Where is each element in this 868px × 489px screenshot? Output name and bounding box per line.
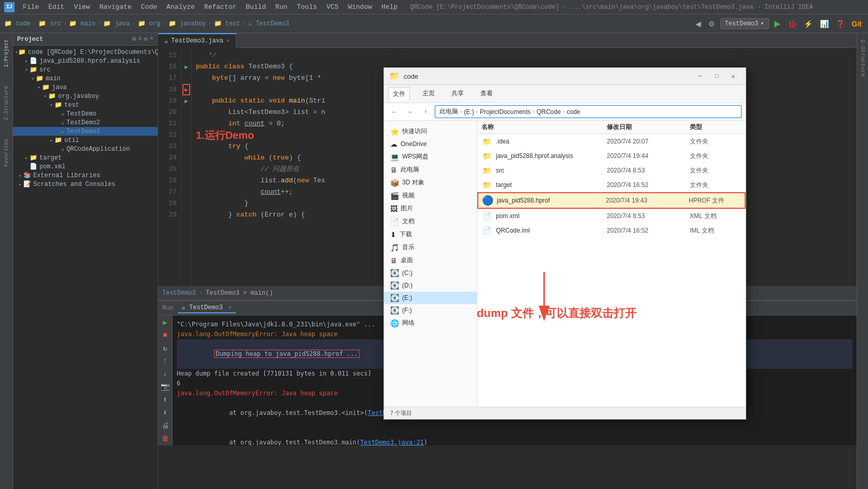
bc-main[interactable]: 📁 main [69, 20, 95, 27]
ribbon-tab-share[interactable]: 共享 [447, 87, 468, 100]
menu-tools[interactable]: Tools [293, 2, 321, 12]
file-hprof[interactable]: 🔵 java_pid5288.hprof 2020/7/4 19:43 HPRO… [477, 192, 746, 209]
nav-back-button[interactable]: ← [388, 106, 401, 118]
menu-analyze[interactable]: Analyze [162, 2, 199, 12]
nav-music[interactable]: 🎵 音乐 [384, 241, 477, 254]
menu-edit[interactable]: Edit [44, 2, 68, 12]
tree-util[interactable]: ▸ 📁 util [13, 136, 158, 145]
menu-refactor[interactable]: Refactor [200, 2, 240, 12]
bc-javaboy[interactable]: 📁 javaboy [168, 20, 206, 27]
close-panel-icon[interactable]: × [150, 35, 153, 43]
bc-code[interactable]: 📁 code [4, 20, 31, 27]
file-idea[interactable]: 📁 .idea 2020/7/4 20:07 文件夹 [477, 134, 746, 149]
file-pom[interactable]: 📄 pom.xml 2020/7/4 8:53 XML 文档 [477, 209, 746, 223]
back-nav-button[interactable]: ◀ [693, 19, 703, 29]
maximize-button[interactable]: □ [709, 71, 724, 81]
file-hprof-analysis[interactable]: 📁 java_pid5288.hprof.analysis 2020/7/4 1… [477, 149, 746, 163]
nav-f[interactable]: 💽 (F:) [384, 304, 477, 317]
run-tool-camera[interactable]: 📷 [160, 382, 170, 392]
tab-close-icon[interactable]: × [226, 38, 230, 44]
git-button[interactable]: Git [850, 19, 864, 29]
nav-video[interactable]: 🎬 视频 [384, 189, 477, 202]
tab-testdemo3[interactable]: ☕ TestDemo3.java × [158, 33, 236, 48]
col-date[interactable]: 修改日期 [607, 123, 690, 132]
run-tool-upload-up[interactable]: ⬆ [160, 395, 170, 405]
tree-external[interactable]: ▸ 📚 External Libraries [13, 171, 158, 180]
settings-button[interactable]: ⚙ [706, 19, 717, 29]
bc-testdemo3-ref[interactable]: TestDemo3 [162, 290, 196, 297]
run-config[interactable]: TestDemo3 ▾ [720, 18, 769, 29]
ribbon-tab-home[interactable]: 主页 [418, 87, 439, 100]
nav-onedrive[interactable]: ☁ OneDrive [384, 138, 477, 150]
nav-wps[interactable]: 💻 WPS网盘 [384, 150, 477, 163]
tree-testdemo3[interactable]: ☕ TestDemo3 [13, 127, 158, 136]
menu-vcs[interactable]: VCS [322, 2, 343, 12]
tree-testdemo2[interactable]: ☕ TestDemo2 [13, 118, 158, 127]
favorites-panel-tab[interactable]: Favorites [2, 135, 11, 171]
help-button[interactable]: ❓ [834, 19, 847, 29]
settings-icon[interactable]: ⚙ [144, 35, 148, 43]
tree-pom[interactable]: 📄 pom.xml [13, 162, 158, 171]
run-button[interactable]: ▶ [772, 18, 782, 30]
tree-testdemo[interactable]: ☕ TestDemo [13, 109, 158, 118]
tree-org[interactable]: ▾ 📁 org.javaboy [13, 92, 158, 100]
close-button[interactable]: ✕ [726, 71, 741, 81]
tree-java[interactable]: ▾ 📁 java [13, 83, 158, 92]
tree-test[interactable]: ▾ 📁 test [13, 100, 158, 109]
nav-e[interactable]: 💽 (E:) [384, 292, 477, 304]
ribbon-tab-file[interactable]: 文件 [388, 87, 410, 100]
menu-view[interactable]: View [69, 2, 94, 12]
bc-org[interactable]: 📁 org [138, 20, 161, 27]
project-panel-tab[interactable]: 1:Project [2, 35, 11, 71]
menu-navigate[interactable]: Navigate [95, 2, 136, 12]
nav-3d[interactable]: 📦 3D 对象 [384, 176, 477, 189]
run-tool-trash[interactable]: 🗑 [160, 434, 170, 443]
bc-test[interactable]: 📁 test [214, 20, 240, 27]
menu-help[interactable]: Help [377, 2, 402, 12]
nav-network[interactable]: 🌐 网络 [384, 317, 477, 329]
profile-button[interactable]: 📊 [818, 19, 831, 29]
structure-right-tab[interactable]: 2-Structure [858, 35, 868, 81]
collapse-icon[interactable]: ≡ [138, 35, 141, 43]
ribbon-tab-view[interactable]: 查看 [476, 87, 497, 100]
tree-qrapp[interactable]: ☕ QRCodeApplication [13, 145, 158, 153]
run-tool-arrow-up[interactable]: ↑ [160, 356, 170, 366]
col-type[interactable]: 类型 [690, 123, 742, 132]
minimize-button[interactable]: ─ [693, 71, 707, 81]
menu-build[interactable]: Build [241, 2, 270, 12]
menu-code[interactable]: Code [137, 2, 161, 12]
run-tab-testdemo3[interactable]: ☕ TestDemo3 × [178, 303, 236, 313]
run-tool-upload-down[interactable]: ⬇ [160, 408, 170, 418]
run-coverage-button[interactable]: ⚡ [802, 19, 815, 29]
structure-panel-tab[interactable]: Z-Structure [2, 82, 11, 124]
menu-window[interactable]: Window [344, 2, 376, 12]
menu-file[interactable]: File [19, 2, 43, 12]
nav-quickaccess[interactable]: ⭐ 快速访问 [384, 125, 477, 138]
link-testdemo3-21[interactable]: TestDemo3.java:21 [360, 439, 424, 445]
run-gutter-19[interactable]: ▶ [184, 97, 188, 105]
nav-up-button[interactable]: ↑ [419, 106, 432, 118]
debug-button[interactable]: 🐞 [786, 19, 799, 29]
menu-run[interactable]: Run [271, 2, 291, 12]
nav-desktop[interactable]: 🖥 桌面 [384, 254, 477, 267]
tree-root[interactable]: ▾ 📁 code [QRCode] E:\ProjectDocuments\QR [13, 48, 158, 56]
run-gutter-18[interactable]: ▶ [184, 86, 188, 94]
bc-src[interactable]: 📁 src [38, 20, 61, 27]
file-iml[interactable]: 📄 QRCode.iml 2020/7/4 16:52 IML 文档 [477, 223, 746, 238]
nav-downloads[interactable]: ⬇ 下载 [384, 228, 477, 241]
nav-docs[interactable]: 📄 文档 [384, 215, 477, 228]
tree-hprof-analysis[interactable]: ▸ 📄 java_pid5288.hprof.analysis [13, 56, 158, 65]
nav-d[interactable]: 💽 (D:) [384, 279, 477, 292]
nav-c[interactable]: 💽 (C:) [384, 267, 477, 279]
nav-thispc[interactable]: 🖥 此电脑 [384, 163, 477, 176]
run-tab-close[interactable]: × [229, 305, 232, 311]
tree-target[interactable]: ▸ 📁 target [13, 153, 158, 162]
bc-java[interactable]: 📁 java [103, 20, 130, 27]
run-tool-run[interactable]: ▶ [160, 318, 170, 327]
run-tool-arrow-down[interactable]: ↓ [160, 369, 170, 379]
tree-src[interactable]: ▾ 📁 src [13, 65, 158, 74]
run-tool-stop[interactable]: ■ [160, 330, 170, 340]
sync-icon[interactable]: ⊞ [132, 35, 136, 43]
address-bar[interactable]: 此电脑 › (E:) › ProjectDocuments › QRCode ›… [435, 105, 742, 118]
file-target[interactable]: 📁 target 2020/7/4 16:52 文件夹 [477, 178, 746, 192]
